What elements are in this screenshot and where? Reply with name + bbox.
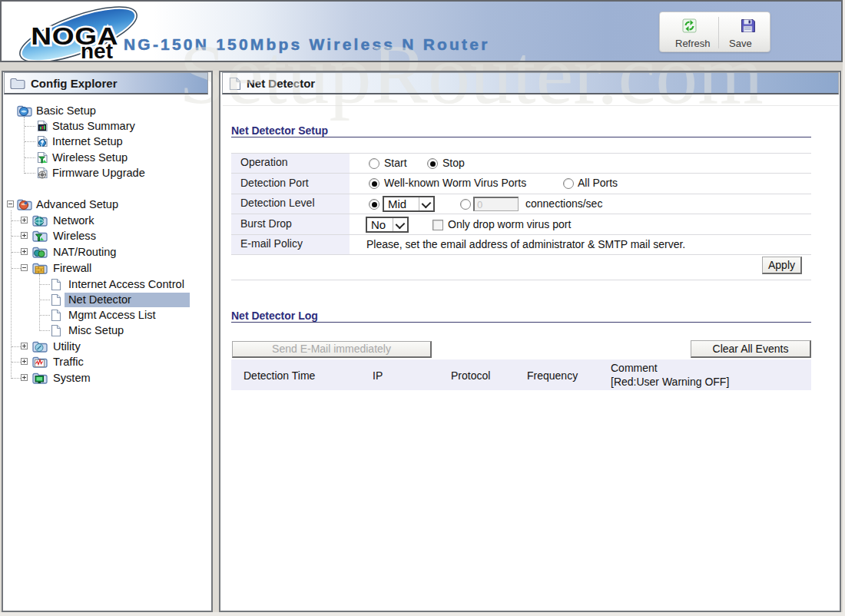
svg-text:net: net [81, 39, 113, 62]
